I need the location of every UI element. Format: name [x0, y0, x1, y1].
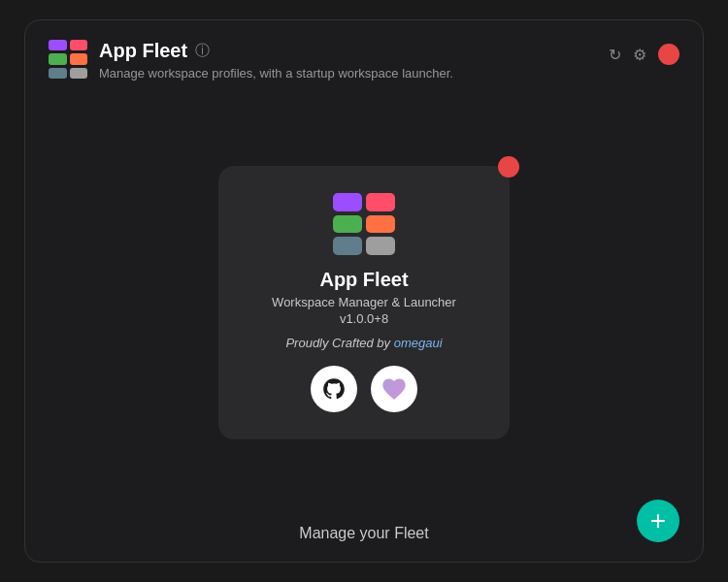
status-indicator [658, 44, 679, 65]
app-title: App Fleet [99, 40, 187, 62]
icon-cell [70, 53, 88, 64]
bottom-label: Manage your Fleet [299, 525, 428, 542]
app-window: App Fleet ⓘ Manage workspace profiles, w… [24, 19, 704, 563]
info-icon[interactable]: ⓘ [195, 42, 210, 60]
card-app-icon [333, 193, 395, 255]
icon-cell [70, 40, 88, 50]
app-logo-icon [49, 40, 87, 79]
github-button[interactable] [311, 366, 357, 412]
bottom-bar: Manage your Fleet + [25, 509, 703, 562]
heart-icon [381, 375, 408, 403]
header: App Fleet ⓘ Manage workspace profiles, w… [25, 20, 703, 96]
github-icon [321, 376, 347, 402]
card-icon-cell [333, 215, 362, 234]
card-icon-cell [333, 193, 362, 211]
settings-icon[interactable]: ⚙ [633, 46, 646, 64]
card-icon-cell [366, 193, 395, 211]
icon-cell [49, 40, 67, 50]
card-title: App Fleet [319, 269, 408, 291]
header-controls: ↻ ⚙ [609, 44, 679, 65]
icon-cell [49, 68, 67, 79]
card-status-dot [498, 156, 519, 178]
card-subtitle: Workspace Manager & Launcher [272, 295, 456, 309]
sponsor-button[interactable] [371, 366, 417, 412]
card-icon-cell [366, 215, 395, 234]
header-text: App Fleet ⓘ Manage workspace profiles, w… [99, 40, 597, 81]
icon-cell [49, 53, 67, 64]
card-crafted: Proudly Crafted by omegaui [285, 336, 442, 350]
icon-cell [70, 68, 88, 79]
about-card: App Fleet Workspace Manager & Launcher v… [218, 166, 510, 439]
main-content: App Fleet Workspace Manager & Launcher v… [25, 96, 703, 509]
card-icon-cell [333, 237, 362, 255]
omegaui-link[interactable]: omegaui [394, 336, 443, 350]
card-version: v1.0.0+8 [340, 311, 388, 326]
refresh-icon[interactable]: ↻ [609, 46, 621, 64]
app-subtitle: Manage workspace profiles, with a startu… [99, 66, 597, 81]
add-button[interactable]: + [637, 500, 679, 542]
card-action-buttons [311, 366, 417, 412]
card-icon-cell [366, 237, 395, 255]
